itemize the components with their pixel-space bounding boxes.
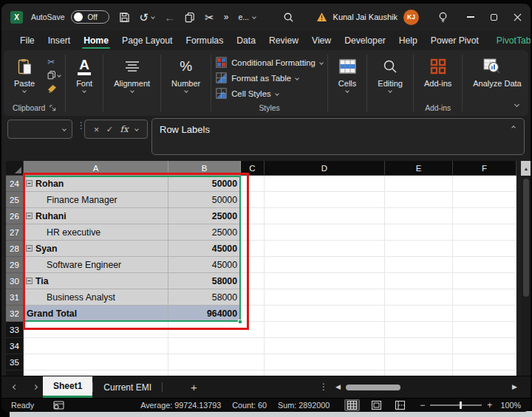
cell-e32[interactable] xyxy=(385,306,453,322)
cell-c25[interactable] xyxy=(241,192,265,208)
column-header-d[interactable]: D xyxy=(265,161,385,176)
cell-f33[interactable] xyxy=(453,322,516,338)
cell-b25[interactable]: 50000 xyxy=(168,192,241,208)
row-header-27[interactable]: 27 xyxy=(6,224,24,241)
row-header-26[interactable]: 26 xyxy=(6,208,24,224)
cell-a25[interactable]: Finance Manager xyxy=(24,192,168,208)
cell-d29[interactable] xyxy=(265,257,385,273)
cell-c27[interactable] xyxy=(241,224,265,241)
cell-c32[interactable] xyxy=(241,306,265,322)
cell-a35[interactable] xyxy=(24,354,168,371)
copy-button[interactable] xyxy=(185,12,195,23)
conditional-formatting-button[interactable]: Conditional Formatting xyxy=(216,55,323,69)
row-header-24[interactable]: 24 xyxy=(6,176,24,192)
cell-b28[interactable]: 45000 xyxy=(168,241,241,257)
cell-c36[interactable] xyxy=(241,371,265,376)
tab-review[interactable]: Review xyxy=(262,30,305,50)
collapse-button[interactable]: − xyxy=(26,180,33,187)
cell-b36[interactable] xyxy=(168,371,241,376)
redo-button[interactable]: ← xyxy=(164,12,175,23)
sheet-nav-right-button[interactable] xyxy=(33,385,38,390)
autosave-toggle[interactable]: Off xyxy=(71,10,109,24)
zoom-out-button[interactable]: − xyxy=(420,400,425,410)
column-header-c[interactable]: C xyxy=(241,161,265,176)
vertical-scrollbar[interactable]: ▲ xyxy=(521,161,531,376)
cell-a36[interactable] xyxy=(24,371,168,376)
cell-a32[interactable]: Grand Total xyxy=(24,306,168,322)
cell-e34[interactable] xyxy=(385,338,453,354)
cell-b30[interactable]: 58000 xyxy=(168,273,241,289)
cell-f29[interactable] xyxy=(453,257,516,273)
user-name[interactable]: Kunal Jai Kaushik xyxy=(333,13,398,21)
cell-f36[interactable] xyxy=(453,371,516,376)
select-all-button[interactable] xyxy=(6,161,24,176)
number-button[interactable]: % Number xyxy=(166,54,206,92)
column-header-e[interactable]: E xyxy=(385,161,453,176)
cell-a26[interactable]: −Ruhani xyxy=(24,208,168,224)
tab-developer[interactable]: Developer xyxy=(338,30,392,50)
row-header-35[interactable]: 35 xyxy=(6,354,24,371)
cell-a33[interactable] xyxy=(24,322,168,338)
row-header-29[interactable]: 29 xyxy=(6,257,24,273)
cell-d33[interactable] xyxy=(265,322,385,338)
cell-e33[interactable] xyxy=(385,322,453,338)
cell-d30[interactable] xyxy=(265,273,385,289)
sheet-nav-left-button[interactable] xyxy=(13,385,18,390)
cell-d25[interactable] xyxy=(265,192,385,208)
cell-a30[interactable]: −Tia xyxy=(24,273,168,289)
collapse-formula-bar-icon[interactable] xyxy=(511,125,516,130)
undo-button[interactable]: ↺ xyxy=(140,12,155,23)
cell-d35[interactable] xyxy=(265,354,385,371)
cell-d34[interactable] xyxy=(265,338,385,354)
cell-c24[interactable] xyxy=(241,176,265,192)
analyze-data-button[interactable]: Analyze Data xyxy=(467,54,516,89)
cell-d24[interactable] xyxy=(265,176,385,192)
cell-f24[interactable] xyxy=(453,176,516,192)
addins-button[interactable]: Add-ins xyxy=(418,54,457,88)
tab-power-pivot[interactable]: Power Pivot xyxy=(424,30,485,50)
cell-b27[interactable]: 25000 xyxy=(168,224,241,241)
cell-b34[interactable] xyxy=(168,338,241,354)
search-button[interactable] xyxy=(283,12,294,23)
cell-b24[interactable]: 50000 xyxy=(168,176,241,192)
cell-b33[interactable] xyxy=(168,322,241,338)
cell-a29[interactable]: Software Engineer xyxy=(24,257,168,273)
column-header-a[interactable]: A xyxy=(24,161,168,176)
cell-c28[interactable] xyxy=(241,241,265,257)
cell-c34[interactable] xyxy=(241,338,265,354)
collapse-ribbon-button[interactable] xyxy=(515,96,519,109)
cell-c29[interactable] xyxy=(241,257,265,273)
cell-a24[interactable]: −Rohan xyxy=(24,176,168,192)
avatar[interactable]: KJ xyxy=(403,10,419,25)
cell-d36[interactable] xyxy=(265,371,385,376)
maximize-button[interactable] xyxy=(491,14,497,21)
row-header-33[interactable]: 33 xyxy=(6,322,24,338)
cell-e24[interactable] xyxy=(385,176,453,192)
whats-new-button[interactable] xyxy=(438,12,448,23)
alignment-button[interactable]: Alignment xyxy=(108,54,156,92)
row-header-31[interactable]: 31 xyxy=(6,289,24,306)
cell-c30[interactable] xyxy=(241,273,265,289)
copy-ribbon-button[interactable] xyxy=(47,69,61,80)
cell-a27[interactable]: HR executive xyxy=(24,224,168,241)
cell-c35[interactable] xyxy=(241,354,265,371)
cell-d27[interactable] xyxy=(265,224,385,241)
excel-logo-icon[interactable]: X xyxy=(10,11,23,24)
cell-e26[interactable] xyxy=(385,208,453,224)
cell-a31[interactable]: Business Analyst xyxy=(24,289,168,306)
format-as-table-button[interactable]: Format as Table xyxy=(216,71,323,85)
cell-f32[interactable] xyxy=(453,306,516,322)
cell-b26[interactable]: 25000 xyxy=(168,208,241,224)
tab-insert[interactable]: Insert xyxy=(41,30,77,50)
zoom-in-button[interactable]: + xyxy=(487,400,492,410)
tab-help[interactable]: Help xyxy=(392,30,424,50)
scroll-up-button[interactable]: ▲ xyxy=(521,161,531,176)
cells-button[interactable]: Cells xyxy=(332,54,362,92)
zoom-slider-thumb[interactable] xyxy=(460,402,462,409)
row-header-32[interactable]: 32 xyxy=(6,306,24,322)
cell-d28[interactable] xyxy=(265,241,385,257)
insert-function-button[interactable]: fx xyxy=(120,124,129,134)
cell-e31[interactable] xyxy=(385,289,453,306)
column-header-b[interactable]: B xyxy=(168,161,241,176)
dialog-launcher-icon[interactable] xyxy=(50,105,56,111)
